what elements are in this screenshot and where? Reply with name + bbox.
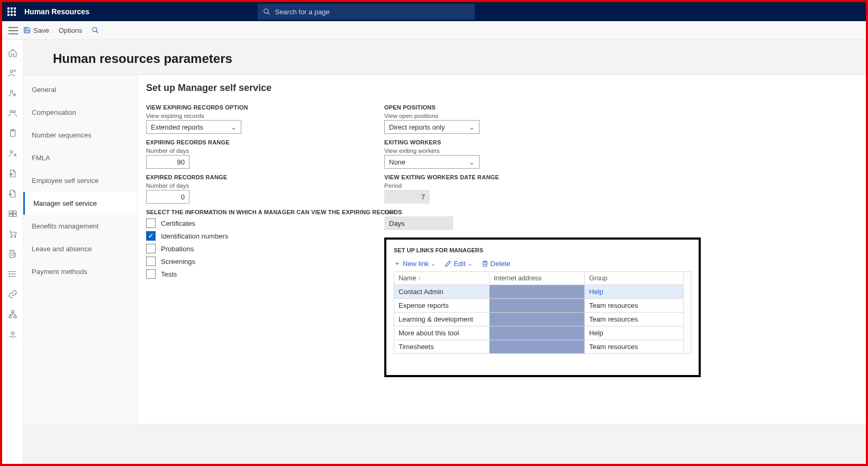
- chevron-down-icon: ⌄: [431, 261, 435, 267]
- clipboard-icon[interactable]: [8, 129, 17, 138]
- cell-group[interactable]: Team resources: [585, 313, 684, 326]
- checkbox[interactable]: [146, 257, 156, 266]
- options-button[interactable]: Options: [59, 26, 83, 34]
- links-table[interactable]: Name↑ Internet address Group Contact Adm…: [394, 271, 684, 354]
- heart-hand-icon[interactable]: [8, 330, 17, 339]
- checkbox[interactable]: [146, 218, 156, 228]
- section-nav-item[interactable]: Manager self service: [23, 192, 137, 215]
- cell-name[interactable]: Contact Admin: [394, 285, 490, 299]
- new-link-button[interactable]: ＋ New link ⌄: [394, 259, 435, 268]
- search-small-icon: [92, 26, 99, 34]
- cell-group[interactable]: Team resources: [585, 340, 684, 354]
- table-row[interactable]: Expense reportsTeam resources: [394, 299, 684, 313]
- checkbox-label: Screenings: [161, 258, 195, 266]
- search-icon: [263, 8, 270, 15]
- table-row[interactable]: TimesheetsTeam resources: [394, 340, 684, 354]
- form-title: Set up Manager self service: [146, 83, 857, 94]
- section-nav-item[interactable]: Benefits management: [23, 215, 137, 237]
- cell-addr[interactable]: [490, 299, 585, 313]
- checkbox[interactable]: ✓: [146, 231, 156, 241]
- links-header: SET UP LINKS FOR MANAGERS: [394, 247, 691, 253]
- section-nav-item[interactable]: FMLA: [23, 147, 137, 169]
- svg-line-1: [268, 13, 270, 15]
- cell-group[interactable]: Help: [585, 326, 684, 340]
- label-view-expiring: View expiring records: [146, 113, 363, 119]
- svg-rect-21: [13, 214, 16, 217]
- svg-point-12: [13, 111, 15, 113]
- chevron-down-icon: ⌄: [468, 261, 472, 267]
- checkbox-row[interactable]: Tests: [146, 269, 363, 279]
- cell-addr[interactable]: [490, 340, 585, 354]
- select-open-positions[interactable]: Direct reports only ⌄: [384, 120, 480, 134]
- cell-addr[interactable]: [490, 326, 585, 340]
- col-group[interactable]: Group: [585, 272, 684, 285]
- section-nav-item[interactable]: General: [23, 78, 137, 101]
- cart-icon[interactable]: [8, 229, 17, 239]
- svg-rect-24: [10, 250, 14, 258]
- svg-point-11: [10, 111, 12, 113]
- doc-in-icon[interactable]: [8, 169, 17, 178]
- cell-group[interactable]: Team resources: [585, 299, 684, 313]
- table-row[interactable]: More about this toolHelp: [394, 326, 684, 340]
- global-search[interactable]: Search for a page: [258, 4, 475, 20]
- delete-link-button[interactable]: Delete: [482, 260, 511, 268]
- save-button[interactable]: Save: [23, 26, 49, 34]
- checkbox-row[interactable]: Certificates: [146, 218, 363, 228]
- home-icon[interactable]: [8, 48, 17, 58]
- team-icon[interactable]: [8, 108, 17, 118]
- section-nav-item[interactable]: Payment methods: [23, 260, 137, 283]
- global-topbar: Human Resources Search for a page: [2, 2, 866, 21]
- chevron-down-icon: ⌄: [231, 123, 237, 131]
- person-cross-icon[interactable]: [8, 149, 17, 158]
- svg-point-32: [9, 273, 10, 275]
- col-name[interactable]: Name↑: [394, 272, 490, 285]
- section-nav: GeneralCompensationNumber sequencesFMLAE…: [23, 75, 138, 424]
- col-addr[interactable]: Internet address: [490, 272, 585, 285]
- checkbox-label: Probations: [161, 245, 194, 253]
- checkbox-label: Certificates: [161, 220, 195, 227]
- select-view-expiring[interactable]: Extended reports ⌄: [146, 120, 241, 134]
- app-launcher-icon[interactable]: [7, 7, 16, 16]
- doc-out-icon[interactable]: [8, 189, 17, 198]
- list-icon[interactable]: [8, 269, 17, 279]
- cell-name[interactable]: Timesheets: [394, 340, 490, 354]
- cell-name[interactable]: More about this tool: [394, 326, 490, 340]
- svg-point-15: [10, 151, 13, 153]
- cell-name[interactable]: Learning & development: [394, 313, 490, 326]
- cell-addr[interactable]: [490, 313, 585, 326]
- checkbox-row[interactable]: Screenings: [146, 257, 363, 266]
- link-icon[interactable]: [8, 289, 17, 299]
- hamburger-icon[interactable]: [8, 27, 18, 36]
- section-nav-item[interactable]: Number sequences: [23, 124, 137, 147]
- section-nav-item[interactable]: Leave and absence: [23, 237, 137, 260]
- input-expired-days[interactable]: 0: [146, 190, 189, 204]
- section-nav-item[interactable]: Compensation: [23, 101, 137, 124]
- find-button[interactable]: [92, 26, 99, 34]
- section-view-expiring: VIEW EXPIRING RECORDS OPTION: [146, 104, 363, 111]
- label-exiting-workers: View exiting workers: [384, 148, 601, 154]
- table-scrollbar[interactable]: [684, 271, 691, 354]
- input-expiring-days[interactable]: 90: [146, 155, 189, 169]
- people-icon[interactable]: [8, 68, 17, 78]
- building-icon[interactable]: [8, 249, 17, 259]
- windows-icon[interactable]: [8, 209, 17, 218]
- svg-rect-20: [9, 214, 12, 217]
- edit-link-button[interactable]: Edit ⌄: [445, 260, 472, 268]
- table-row[interactable]: Contact AdminHelp: [394, 285, 684, 299]
- cell-group[interactable]: Help: [585, 285, 684, 299]
- cell-name[interactable]: Expense reports: [394, 299, 490, 313]
- cell-addr[interactable]: [490, 285, 585, 299]
- page-title: Human resources parameters: [23, 40, 866, 75]
- checkbox-row[interactable]: ✓Identification numbers: [146, 231, 363, 241]
- select-exiting-workers[interactable]: None ⌄: [384, 155, 480, 169]
- section-nav-item[interactable]: Employee self service: [23, 169, 137, 192]
- links-box: SET UP LINKS FOR MANAGERS ＋ New link ⌄: [384, 237, 701, 377]
- checkbox[interactable]: [146, 244, 156, 253]
- checkbox-row[interactable]: Probations: [146, 244, 363, 253]
- readonly-unit: Days: [384, 216, 453, 230]
- person-arrow-icon[interactable]: [8, 88, 17, 98]
- hierarchy-icon[interactable]: [8, 309, 17, 319]
- save-icon: [23, 26, 31, 34]
- checkbox[interactable]: [146, 269, 156, 279]
- table-row[interactable]: Learning & developmentTeam resources: [394, 313, 684, 326]
